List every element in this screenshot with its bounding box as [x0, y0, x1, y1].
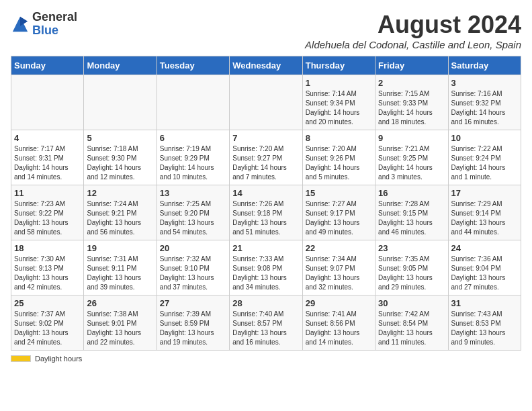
table-row: 10Sunrise: 7:22 AM Sunset: 9:24 PM Dayli… [448, 130, 521, 185]
cell-info: Sunrise: 7:40 AM Sunset: 8:57 PM Dayligh… [232, 310, 299, 347]
cell-date: 24 [451, 243, 518, 253]
table-row: 21Sunrise: 7:33 AM Sunset: 9:08 PM Dayli… [230, 240, 302, 295]
cell-info: Sunrise: 7:18 AM Sunset: 9:30 PM Dayligh… [87, 144, 153, 182]
cell-info: Sunrise: 7:29 AM Sunset: 9:14 PM Dayligh… [451, 199, 518, 237]
header: General Blue August 2024 Aldehuela del C… [11, 11, 521, 50]
col-wednesday: Wednesday [230, 56, 302, 75]
calendar-week-row: 18Sunrise: 7:30 AM Sunset: 9:13 PM Dayli… [11, 240, 521, 295]
table-row: 15Sunrise: 7:27 AM Sunset: 9:17 PM Dayli… [302, 185, 375, 240]
col-monday: Monday [84, 56, 157, 75]
cell-info: Sunrise: 7:31 AM Sunset: 9:11 PM Dayligh… [87, 255, 153, 292]
table-row: 31Sunrise: 7:43 AM Sunset: 8:53 PM Dayli… [448, 295, 521, 351]
cell-info: Sunrise: 7:26 AM Sunset: 9:18 PM Dayligh… [232, 199, 299, 237]
cell-date: 12 [87, 188, 153, 198]
table-row [230, 75, 302, 130]
logo: General Blue [11, 11, 77, 38]
cell-date: 29 [306, 298, 372, 308]
logo-blue: Blue [32, 24, 77, 38]
calendar-table: Sunday Monday Tuesday Wednesday Thursday… [11, 56, 521, 351]
cell-date: 13 [160, 188, 226, 198]
cell-info: Sunrise: 7:27 AM Sunset: 9:17 PM Dayligh… [306, 199, 372, 237]
cell-date: 15 [306, 188, 372, 198]
col-sunday: Sunday [11, 56, 84, 75]
title-area: August 2024 Aldehuela del Codonal, Casti… [305, 11, 521, 50]
table-row: 24Sunrise: 7:36 AM Sunset: 9:04 PM Dayli… [448, 240, 521, 295]
cell-info: Sunrise: 7:23 AM Sunset: 9:22 PM Dayligh… [14, 199, 81, 237]
logo-general: General [32, 11, 77, 24]
calendar-week-row: 1Sunrise: 7:14 AM Sunset: 9:34 PM Daylig… [11, 75, 521, 130]
cell-info: Sunrise: 7:22 AM Sunset: 9:24 PM Dayligh… [451, 144, 518, 182]
cell-info: Sunrise: 7:38 AM Sunset: 9:01 PM Dayligh… [87, 310, 153, 347]
table-row [157, 75, 229, 130]
col-tuesday: Tuesday [157, 56, 229, 75]
cell-info: Sunrise: 7:43 AM Sunset: 8:53 PM Dayligh… [451, 310, 518, 347]
cell-date: 27 [160, 298, 226, 308]
table-row: 22Sunrise: 7:34 AM Sunset: 9:07 PM Dayli… [302, 240, 375, 295]
cell-date: 28 [232, 298, 299, 308]
cell-date: 31 [451, 298, 518, 308]
table-row: 7Sunrise: 7:20 AM Sunset: 9:27 PM Daylig… [230, 130, 302, 185]
cell-info: Sunrise: 7:19 AM Sunset: 9:29 PM Dayligh… [160, 144, 226, 182]
cell-date: 7 [232, 133, 299, 143]
main-title: August 2024 [305, 11, 521, 39]
table-row: 27Sunrise: 7:39 AM Sunset: 8:59 PM Dayli… [157, 295, 229, 351]
table-row: 18Sunrise: 7:30 AM Sunset: 9:13 PM Dayli… [11, 240, 84, 295]
cell-date: 3 [451, 78, 518, 88]
table-row: 28Sunrise: 7:40 AM Sunset: 8:57 PM Dayli… [230, 295, 302, 351]
cell-date: 17 [451, 188, 518, 198]
cell-date: 21 [232, 243, 299, 253]
cell-date: 8 [306, 133, 372, 143]
cell-info: Sunrise: 7:16 AM Sunset: 9:32 PM Dayligh… [451, 89, 518, 127]
cell-date: 9 [378, 133, 445, 143]
cell-info: Sunrise: 7:32 AM Sunset: 9:10 PM Dayligh… [160, 255, 226, 292]
daylight-bar-icon [11, 355, 31, 362]
page-container: General Blue August 2024 Aldehuela del C… [11, 11, 521, 363]
cell-info: Sunrise: 7:41 AM Sunset: 8:56 PM Dayligh… [306, 310, 372, 347]
table-row: 6Sunrise: 7:19 AM Sunset: 9:29 PM Daylig… [157, 130, 229, 185]
table-row: 3Sunrise: 7:16 AM Sunset: 9:32 PM Daylig… [448, 75, 521, 130]
col-saturday: Saturday [448, 56, 521, 75]
cell-info: Sunrise: 7:20 AM Sunset: 9:27 PM Dayligh… [232, 144, 299, 182]
logo-icon [11, 15, 30, 34]
cell-date: 4 [14, 133, 81, 143]
table-row: 14Sunrise: 7:26 AM Sunset: 9:18 PM Dayli… [230, 185, 302, 240]
cell-date: 10 [451, 133, 518, 143]
cell-date: 23 [378, 243, 445, 253]
cell-date: 20 [160, 243, 226, 253]
cell-date: 19 [87, 243, 153, 253]
cell-date: 5 [87, 133, 153, 143]
cell-date: 6 [160, 133, 226, 143]
cell-info: Sunrise: 7:21 AM Sunset: 9:25 PM Dayligh… [378, 144, 445, 182]
cell-info: Sunrise: 7:14 AM Sunset: 9:34 PM Dayligh… [306, 89, 372, 127]
cell-date: 18 [14, 243, 81, 253]
cell-info: Sunrise: 7:34 AM Sunset: 9:07 PM Dayligh… [306, 255, 372, 292]
table-row: 29Sunrise: 7:41 AM Sunset: 8:56 PM Dayli… [302, 295, 375, 351]
table-row: 20Sunrise: 7:32 AM Sunset: 9:10 PM Dayli… [157, 240, 229, 295]
calendar-week-row: 25Sunrise: 7:37 AM Sunset: 9:02 PM Dayli… [11, 295, 521, 351]
table-row: 17Sunrise: 7:29 AM Sunset: 9:14 PM Dayli… [448, 185, 521, 240]
cell-date: 14 [232, 188, 299, 198]
cell-info: Sunrise: 7:24 AM Sunset: 9:21 PM Dayligh… [87, 199, 153, 237]
cell-date: 25 [14, 298, 81, 308]
table-row: 12Sunrise: 7:24 AM Sunset: 9:21 PM Dayli… [84, 185, 157, 240]
cell-info: Sunrise: 7:20 AM Sunset: 9:26 PM Dayligh… [306, 144, 372, 182]
cell-info: Sunrise: 7:17 AM Sunset: 9:31 PM Dayligh… [14, 144, 81, 182]
cell-info: Sunrise: 7:25 AM Sunset: 9:20 PM Dayligh… [160, 199, 226, 237]
table-row [84, 75, 157, 130]
table-row: 4Sunrise: 7:17 AM Sunset: 9:31 PM Daylig… [11, 130, 84, 185]
cell-info: Sunrise: 7:39 AM Sunset: 8:59 PM Dayligh… [160, 310, 226, 347]
table-row: 19Sunrise: 7:31 AM Sunset: 9:11 PM Dayli… [84, 240, 157, 295]
cell-info: Sunrise: 7:30 AM Sunset: 9:13 PM Dayligh… [14, 255, 81, 292]
table-row: 8Sunrise: 7:20 AM Sunset: 9:26 PM Daylig… [302, 130, 375, 185]
cell-info: Sunrise: 7:35 AM Sunset: 9:05 PM Dayligh… [378, 255, 445, 292]
cell-date: 1 [306, 78, 372, 88]
table-row: 1Sunrise: 7:14 AM Sunset: 9:34 PM Daylig… [302, 75, 375, 130]
calendar-week-row: 11Sunrise: 7:23 AM Sunset: 9:22 PM Dayli… [11, 185, 521, 240]
subtitle: Aldehuela del Codonal, Castille and Leon… [305, 39, 521, 50]
table-row: 23Sunrise: 7:35 AM Sunset: 9:05 PM Dayli… [375, 240, 448, 295]
cell-info: Sunrise: 7:28 AM Sunset: 9:15 PM Dayligh… [378, 199, 445, 237]
footer-note: Daylight hours [11, 355, 521, 363]
table-row: 25Sunrise: 7:37 AM Sunset: 9:02 PM Dayli… [11, 295, 84, 351]
cell-info: Sunrise: 7:15 AM Sunset: 9:33 PM Dayligh… [378, 89, 445, 127]
cell-info: Sunrise: 7:42 AM Sunset: 8:54 PM Dayligh… [378, 310, 445, 347]
